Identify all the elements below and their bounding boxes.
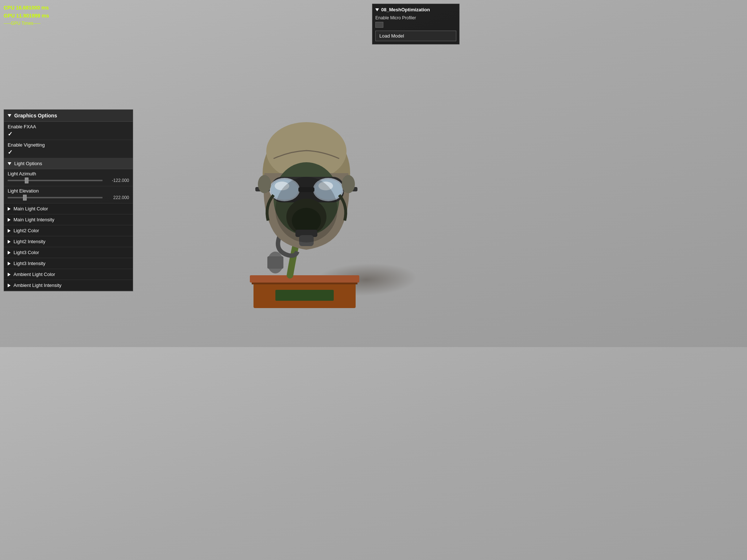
light-elevation-thumb[interactable]: [23, 195, 27, 201]
collapse-item-label-5: Light3 Intensity: [13, 261, 45, 266]
light-elevation-label: Light Elevation: [8, 188, 129, 194]
light-azimuth-label: Light Azimuth: [8, 171, 129, 176]
svg-point-23: [258, 175, 271, 193]
light-azimuth-row: Light Azimuth -122.000: [4, 169, 133, 186]
graphics-options-collapse-icon: [8, 114, 11, 117]
panel-title: 08_MeshOptimization: [375, 7, 456, 12]
collapse-item-label-0: Main Light Color: [13, 206, 48, 211]
performance-overlay: CPU 16.681000 ms GPU 11.901999 ms -----G…: [4, 4, 49, 27]
gpu-time: GPU 11.901999 ms: [4, 12, 49, 20]
collapse-item-label-6: Ambient Light Color: [13, 272, 55, 277]
top-right-panel: 08_MeshOptimization Enable Micro Profile…: [372, 4, 460, 44]
light-azimuth-slider-container: -122.000: [8, 178, 129, 183]
collapse-item-label-1: Main Light Intensity: [13, 217, 54, 222]
panel-title-text: 08_MeshOptimization: [381, 7, 430, 12]
light-azimuth-track[interactable]: [8, 180, 102, 181]
collapse-arrow-icon-6: [8, 273, 11, 276]
enable-fxaa-label: Enable FXAA: [8, 124, 129, 129]
cpu-time: CPU 16.681000 ms: [4, 4, 49, 12]
collapse-arrow-icon-5: [8, 262, 11, 265]
collapse-item-1[interactable]: Main Light Intensity: [4, 214, 133, 225]
collapse-item-6[interactable]: Ambient Light Color: [4, 269, 133, 280]
svg-rect-2: [252, 283, 357, 284]
collapse-arrow-icon-1: [8, 218, 11, 222]
light-elevation-slider-container: 222.000: [8, 195, 129, 200]
collapse-arrow-icon-3: [8, 240, 11, 244]
svg-point-25: [275, 177, 337, 242]
light-azimuth-thumb[interactable]: [25, 178, 28, 183]
collapse-item-3[interactable]: Light2 Intensity: [4, 236, 133, 247]
micro-profiler-label: Enable Micro Profiler: [375, 15, 456, 20]
collapse-item-label-3: Light2 Intensity: [13, 239, 45, 244]
svg-rect-5: [267, 256, 283, 269]
collapse-item-7[interactable]: Ambient Light Intensity: [4, 280, 133, 291]
graphics-options-label: Graphics Options: [14, 113, 57, 118]
collapse-item-label-7: Ambient Light Intensity: [13, 283, 62, 288]
bust-model: [217, 100, 392, 320]
svg-rect-1: [250, 275, 359, 283]
light-elevation-track[interactable]: [8, 197, 102, 198]
collapse-icon: [375, 8, 379, 11]
light-options-header[interactable]: Light Options: [4, 158, 133, 169]
gpu-times-label: -----GPU Times-----: [4, 20, 49, 27]
light-options-collapse-icon: [8, 162, 11, 165]
collapse-item-0[interactable]: Main Light Color: [4, 203, 133, 214]
light-elevation-value: 222.000: [105, 195, 129, 200]
collapse-arrow-icon-4: [8, 251, 11, 254]
svg-rect-3: [275, 290, 334, 301]
collapse-arrow-icon-0: [8, 207, 11, 211]
light-azimuth-value: -122.000: [105, 178, 129, 183]
light-elevation-row: Light Elevation 222.000: [4, 186, 133, 203]
collapse-item-2[interactable]: Light2 Color: [4, 225, 133, 236]
collapse-items-container: Main Light ColorMain Light IntensityLigh…: [4, 203, 133, 291]
enable-vignetting-checkbox[interactable]: ✓: [8, 149, 129, 156]
left-panel: Graphics Options Enable FXAA ✓ Enable Vi…: [4, 109, 133, 291]
enable-vignetting-row: Enable Vignetting ✓: [4, 140, 133, 158]
collapse-item-label-4: Light3 Color: [13, 250, 39, 255]
graphics-options-header[interactable]: Graphics Options: [4, 110, 133, 122]
svg-point-24: [342, 175, 355, 193]
light-options-label: Light Options: [14, 161, 42, 166]
model-area: [146, 73, 463, 347]
collapse-item-4[interactable]: Light3 Color: [4, 247, 133, 258]
collapse-arrow-icon-7: [8, 284, 11, 287]
enable-fxaa-row: Enable FXAA ✓: [4, 122, 133, 140]
collapse-arrow-icon-2: [8, 229, 11, 233]
collapse-item-label-2: Light2 Color: [13, 228, 39, 233]
load-model-button[interactable]: Load Model: [375, 31, 456, 41]
micro-profiler-checkbox[interactable]: [375, 22, 383, 28]
enable-vignetting-label: Enable Vignetting: [8, 142, 129, 148]
collapse-item-5[interactable]: Light3 Intensity: [4, 258, 133, 269]
enable-fxaa-checkbox[interactable]: ✓: [8, 131, 129, 137]
